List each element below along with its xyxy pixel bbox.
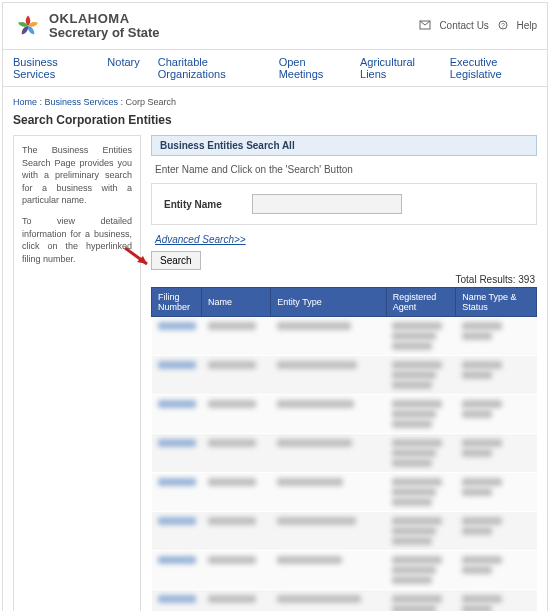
- filing-number-link[interactable]: [158, 439, 196, 447]
- name-cell: [208, 439, 256, 447]
- contact-us-link[interactable]: Contact Us: [439, 20, 488, 31]
- state-logo-icon: [13, 11, 43, 41]
- entity-type-cell: [277, 517, 356, 525]
- col-registered-agent[interactable]: Registered Agent: [386, 288, 455, 317]
- nav-business-services[interactable]: Business Services: [13, 56, 89, 80]
- help-link[interactable]: Help: [516, 20, 537, 31]
- name-cell: [208, 595, 256, 603]
- breadcrumb: Home : Business Services : Corp Search: [13, 97, 537, 107]
- nav-open-meetings[interactable]: Open Meetings: [279, 56, 342, 80]
- nav-charitable[interactable]: Charitable Organizations: [158, 56, 261, 80]
- table-row: [152, 356, 537, 395]
- nav-agricultural-liens[interactable]: Agricultural Liens: [360, 56, 432, 80]
- col-name[interactable]: Name: [202, 288, 271, 317]
- total-results-label: Total Results: 393: [151, 274, 535, 285]
- entity-type-cell: [277, 595, 361, 603]
- filing-number-link[interactable]: [158, 517, 196, 525]
- name-cell: [208, 517, 256, 525]
- filing-number-link[interactable]: [158, 595, 196, 603]
- status-cell: [462, 478, 531, 496]
- entity-type-cell: [277, 556, 342, 564]
- agent-cell: [392, 478, 449, 506]
- brand-text: OKLAHOMA Secretary of State: [49, 12, 413, 41]
- status-cell: [462, 361, 531, 379]
- sidebar-p2: To view detailed information for a busin…: [22, 215, 132, 265]
- table-row: [152, 512, 537, 551]
- status-cell: [462, 439, 531, 457]
- filing-number-link[interactable]: [158, 361, 196, 369]
- filing-number-link[interactable]: [158, 556, 196, 564]
- status-cell: [462, 322, 531, 340]
- agent-cell: [392, 322, 449, 350]
- agent-cell: [392, 400, 449, 428]
- search-button[interactable]: Search: [151, 251, 201, 270]
- help-icon: ?: [498, 20, 508, 32]
- name-cell: [208, 361, 256, 369]
- name-cell: [208, 478, 256, 486]
- entity-name-label: Entity Name: [164, 199, 222, 210]
- sidebar-p1: The Business Entities Search Page provid…: [22, 144, 132, 207]
- nav-executive-legislative[interactable]: Executive Legislative: [450, 56, 537, 80]
- nav-notary[interactable]: Notary: [107, 56, 139, 80]
- svg-text:?: ?: [501, 22, 505, 29]
- entity-type-cell: [277, 361, 357, 369]
- filing-number-link[interactable]: [158, 322, 196, 330]
- table-row: [152, 473, 537, 512]
- entity-type-cell: [277, 400, 354, 408]
- arrow-annotation-icon: [123, 246, 151, 270]
- entity-name-input[interactable]: [252, 194, 402, 214]
- agent-cell: [392, 595, 449, 611]
- agent-cell: [392, 556, 449, 584]
- col-filing-number[interactable]: Filing Number: [152, 288, 202, 317]
- help-sidebar: The Business Entities Search Page provid…: [13, 135, 141, 611]
- brand-line1: OKLAHOMA: [49, 12, 413, 26]
- name-cell: [208, 400, 256, 408]
- brand-line2: Secretary of State: [49, 26, 413, 40]
- table-row: [152, 395, 537, 434]
- name-cell: [208, 556, 256, 564]
- col-name-type-status[interactable]: Name Type & Status: [456, 288, 537, 317]
- table-row: [152, 434, 537, 473]
- filing-number-link[interactable]: [158, 478, 196, 486]
- name-cell: [208, 322, 256, 330]
- status-cell: [462, 556, 531, 574]
- breadcrumb-home[interactable]: Home: [13, 97, 37, 107]
- entity-type-cell: [277, 322, 351, 330]
- agent-cell: [392, 439, 449, 467]
- panel-title: Business Entities Search All: [151, 135, 537, 156]
- status-cell: [462, 517, 531, 535]
- filing-number-link[interactable]: [158, 400, 196, 408]
- results-table: Filing Number Name Entity Type Registere…: [151, 287, 537, 611]
- col-entity-type[interactable]: Entity Type: [271, 288, 387, 317]
- breadcrumb-current: Corp Search: [126, 97, 177, 107]
- table-row: [152, 317, 537, 356]
- breadcrumb-business-services[interactable]: Business Services: [45, 97, 119, 107]
- table-row: [152, 551, 537, 590]
- table-row: [152, 590, 537, 612]
- agent-cell: [392, 361, 449, 389]
- entity-type-cell: [277, 439, 352, 447]
- advanced-search-link[interactable]: Advanced Search>>: [155, 234, 246, 245]
- instruction-text: Enter Name and Click on the 'Search' But…: [151, 164, 537, 175]
- page-title: Search Corporation Entities: [13, 113, 537, 127]
- entity-type-cell: [277, 478, 343, 486]
- status-cell: [462, 400, 531, 418]
- agent-cell: [392, 517, 449, 545]
- main-nav: Business Services Notary Charitable Orga…: [3, 50, 547, 87]
- contact-icon: [419, 20, 431, 32]
- status-cell: [462, 595, 531, 611]
